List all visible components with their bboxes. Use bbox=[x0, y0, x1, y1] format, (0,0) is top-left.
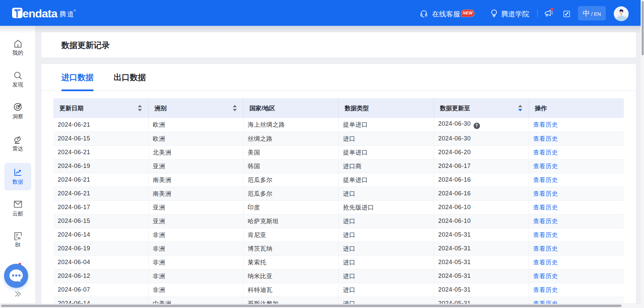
svg-text:BI: BI bbox=[17, 237, 20, 240]
